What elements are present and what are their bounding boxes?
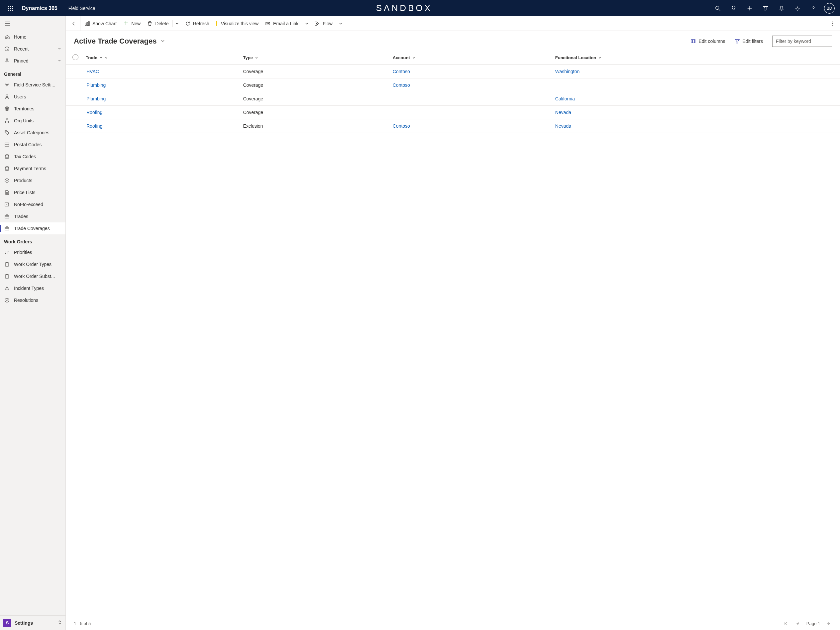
table-row[interactable]: PlumbingCoverageContoso (66, 78, 840, 92)
trade-cell[interactable]: Plumbing (82, 78, 239, 92)
svg-point-19 (6, 95, 8, 97)
svg-rect-4 (10, 8, 11, 9)
row-select-cell[interactable] (66, 119, 82, 133)
trade-cell[interactable]: HVAC (82, 65, 239, 78)
select-all-header[interactable] (66, 51, 82, 65)
nav-item-label: Incident Types (14, 286, 44, 291)
email-split-button[interactable] (302, 16, 311, 30)
show-chart-button[interactable]: Show Chart (81, 16, 120, 30)
adv-filter-button[interactable] (758, 0, 774, 16)
row-select-cell[interactable] (66, 78, 82, 92)
location-cell[interactable]: California (551, 92, 840, 106)
status-bar: 1 - 5 of 5 Page 1 (66, 617, 840, 630)
account-cell[interactable]: Contoso (389, 78, 551, 92)
nav-item[interactable]: Not-to-exceed (0, 198, 65, 211)
area-picker[interactable]: S Settings (0, 616, 65, 630)
refresh-button[interactable]: Refresh (182, 16, 213, 30)
nav-item-recent[interactable]: Recent (0, 43, 65, 55)
notifications-button[interactable] (774, 0, 789, 16)
table-row[interactable]: PlumbingCoverageCalifornia (66, 92, 840, 106)
first-page-button[interactable] (783, 621, 789, 627)
nav-item[interactable]: Territories (0, 103, 65, 115)
email-link-button[interactable]: Email a Link (262, 16, 302, 30)
lightbulb-icon (731, 5, 737, 11)
column-header[interactable]: Account (389, 51, 551, 65)
nav-collapse-button[interactable] (0, 16, 65, 31)
doc-icon (4, 190, 10, 195)
column-header[interactable]: Type (239, 51, 388, 65)
trade-cell[interactable]: Roofing (82, 119, 239, 133)
lightbulb-button[interactable] (726, 0, 742, 16)
data-grid[interactable]: TradeTypeAccountFunctional Location HVAC… (66, 51, 840, 617)
delete-button[interactable]: Delete (144, 16, 172, 30)
account-cell[interactable]: Contoso (389, 65, 551, 78)
nav-item[interactable]: Incident Types (0, 282, 65, 294)
edit-filters-button[interactable]: Edit filters (731, 36, 766, 46)
visualize-button[interactable]: Visualize this view (213, 16, 262, 30)
nav-item[interactable]: Work Order Types (0, 258, 65, 270)
nav-item-label: Trade Coverages (14, 226, 50, 231)
search-button[interactable] (710, 0, 726, 16)
nav-item[interactable]: Org Units (0, 115, 65, 127)
nav-item[interactable]: Trade Coverages (0, 222, 65, 234)
view-header: Active Trade Coverages Edit columns Edit… (66, 31, 840, 51)
nav-item[interactable]: Products (0, 174, 65, 187)
column-label: Trade (86, 55, 97, 60)
module-label[interactable]: Field Service (65, 6, 99, 11)
nav-scroll[interactable]: HomeRecentPinnedGeneralField Service Set… (0, 31, 65, 616)
next-page-button[interactable] (826, 621, 832, 627)
trade-cell[interactable]: Plumbing (82, 92, 239, 106)
flow-split-button[interactable] (336, 16, 345, 30)
view-selector-button[interactable] (159, 37, 166, 46)
arrow-right-icon (826, 621, 831, 626)
location-cell[interactable]: Nevada (551, 106, 840, 119)
row-select-cell[interactable] (66, 106, 82, 119)
location-cell[interactable]: Washington (551, 65, 840, 78)
nav-item[interactable]: Work Order Subst... (0, 270, 65, 282)
nav-item[interactable]: Trades (0, 211, 65, 222)
table-row[interactable]: RoofingExclusionContosoNevada (66, 119, 840, 133)
nav-item[interactable]: Postal Codes (0, 139, 65, 150)
column-header[interactable]: Trade (82, 51, 239, 65)
nav-item[interactable]: Resolutions (0, 294, 65, 306)
row-select-cell[interactable] (66, 92, 82, 106)
help-button[interactable] (805, 0, 821, 16)
prev-page-button[interactable] (794, 621, 801, 627)
page-label: Page 1 (807, 621, 820, 626)
arrow-left-icon (71, 21, 76, 26)
email-icon (265, 21, 270, 26)
account-cell[interactable]: Contoso (389, 119, 551, 133)
nav-item[interactable]: Field Service Setti... (0, 79, 65, 91)
more-commands-button[interactable] (827, 16, 838, 30)
table-row[interactable]: HVACCoverageContosoWashington (66, 65, 840, 78)
nav-item[interactable]: Price Lists (0, 187, 65, 198)
delete-split-button[interactable] (172, 16, 182, 30)
type-cell: Exclusion (239, 119, 388, 133)
brand-label[interactable]: Dynamics 365 (19, 5, 61, 11)
new-button[interactable]: New (120, 16, 144, 30)
filter-box[interactable] (772, 36, 832, 47)
table-row[interactable]: RoofingCoverageNevada (66, 106, 840, 119)
settings-button[interactable] (789, 0, 805, 16)
add-button[interactable] (742, 0, 758, 16)
nav-item-home[interactable]: Home (0, 31, 65, 43)
edit-columns-button[interactable]: Edit columns (687, 36, 728, 46)
nav-item[interactable]: Asset Categories (0, 127, 65, 139)
flow-button[interactable]: Flow (311, 16, 336, 30)
app-launcher-button[interactable] (3, 0, 19, 16)
back-button[interactable] (67, 16, 81, 31)
user-avatar[interactable]: BD (824, 3, 835, 14)
location-cell[interactable]: Nevada (551, 119, 840, 133)
nav-item[interactable]: Payment Terms (0, 163, 65, 174)
nav-item[interactable]: Priorities (0, 246, 65, 258)
account-cell (389, 106, 551, 119)
filter-input[interactable] (776, 38, 828, 44)
nav-item[interactable]: Tax Codes (0, 150, 65, 163)
row-select-cell[interactable] (66, 65, 82, 78)
select-all-circle[interactable] (73, 54, 78, 60)
svg-rect-41 (266, 22, 270, 25)
nav-item[interactable]: Users (0, 91, 65, 103)
trade-cell[interactable]: Roofing (82, 106, 239, 119)
nav-item-pinned[interactable]: Pinned (0, 55, 65, 67)
column-header[interactable]: Functional Location (551, 51, 840, 65)
